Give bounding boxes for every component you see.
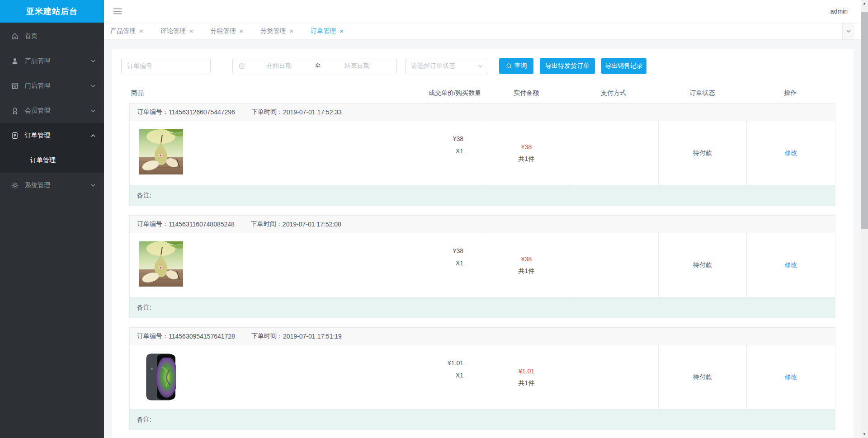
unit-price: ¥38 <box>453 245 463 257</box>
quantity: X1 <box>453 257 463 269</box>
paid-amount: ¥38 <box>521 255 532 263</box>
order-time-label: 下单时间： <box>251 332 283 340</box>
chevron-up-icon <box>90 133 96 138</box>
sidebar-item-label: 门店管理 <box>25 82 90 90</box>
order-time: 2019-07-01 17:51:19 <box>283 333 342 340</box>
order-no: 1145631266075447296 <box>169 108 235 116</box>
sidebar-item-members[interactable]: 会员管理 <box>0 98 104 123</box>
sidebar-item-system[interactable]: 系统管理 <box>0 173 104 198</box>
hamburger-icon <box>113 8 122 15</box>
tab-comments[interactable]: 评论管理 × <box>160 27 193 35</box>
sidebar: 亚米建站后台 首页 产品管理 门店 <box>0 0 104 438</box>
product-image-pear <box>139 129 183 174</box>
tab-groups[interactable]: 分组管理 × <box>211 27 244 35</box>
export-pending-orders-button[interactable]: 导出待发货订单 <box>540 58 595 74</box>
header-paid-amount: 实付金额 <box>484 89 569 97</box>
scrollbar-down-arrow[interactable]: ▼ <box>861 431 868 438</box>
order-header: 订单编号： 1145631266075447296 下单时间： 2019-07-… <box>129 103 835 121</box>
user-menu[interactable]: admin <box>830 8 848 15</box>
order-status: 待付款 <box>693 373 712 381</box>
store-icon <box>11 82 19 90</box>
order-number-input[interactable] <box>121 58 211 74</box>
note-label: 备注: <box>137 192 151 200</box>
order-no-label: 订单编号： <box>137 220 169 228</box>
chevron-down-icon <box>90 58 96 64</box>
close-icon[interactable]: × <box>240 28 244 34</box>
order-status: 待付款 <box>693 149 712 157</box>
member-icon <box>11 107 19 115</box>
chevron-down-icon <box>90 83 96 89</box>
order-no: 1145630954157641728 <box>169 333 235 340</box>
tab-list-dropdown-button[interactable] <box>842 23 854 39</box>
order-status-select[interactable]: 请选择订单状态 <box>405 58 488 74</box>
sidebar-item-label: 系统管理 <box>25 181 90 189</box>
order-icon <box>11 132 19 140</box>
tab-orders[interactable]: 订单管理 × <box>311 27 344 35</box>
tab-products[interactable]: 产品管理 × <box>110 27 143 35</box>
chevron-down-icon <box>845 28 852 34</box>
product-image-pear <box>139 241 183 287</box>
order-no: 1145631160748085248 <box>169 221 235 228</box>
tab-categories[interactable]: 分类管理 × <box>260 27 293 35</box>
order-status: 待付款 <box>693 261 712 269</box>
date-separator: 至 <box>313 62 323 70</box>
filter-bar: 开始日期 至 结束日期 请选择订单状态 查询 导出待发货订单 导出销售记录 <box>112 49 854 74</box>
sidebar-item-stores[interactable]: 门店管理 <box>0 73 104 98</box>
edit-order-link[interactable]: 修改 <box>785 261 797 269</box>
orders-table: 商品 成交单价/购买数量 实付金额 支付方式 订单状态 操作 订单编号： 114… <box>129 83 835 430</box>
date-end-placeholder: 结束日期 <box>323 62 392 70</box>
table-header-row: 商品 成交单价/购买数量 实付金额 支付方式 订单状态 操作 <box>129 83 835 103</box>
payment-method-cell <box>569 233 659 297</box>
chevron-down-icon <box>90 183 96 188</box>
order-note-row: 备注: <box>129 185 835 206</box>
search-button[interactable]: 查询 <box>499 58 533 74</box>
date-range-picker[interactable]: 开始日期 至 结束日期 <box>232 58 397 74</box>
order-item-row: ¥38 X1 ¥38 共1件 待付款 修改 <box>129 121 835 185</box>
order-no-label: 订单编号： <box>137 332 169 340</box>
order-no-label: 订单编号： <box>137 108 169 116</box>
header-actions: 操作 <box>746 89 835 97</box>
scrollbar-up-arrow[interactable]: ▲ <box>861 0 868 7</box>
order-header: 订单编号： 1145630954157641728 下单时间： 2019-07-… <box>129 327 835 345</box>
gear-icon <box>11 181 19 189</box>
sidebar-subitem-label: 订单管理 <box>30 156 56 165</box>
total-pieces: 共1件 <box>519 155 535 163</box>
note-label: 备注: <box>137 304 151 312</box>
order-note-row: 备注: <box>129 297 835 318</box>
order-management-card: 开始日期 至 结束日期 请选择订单状态 查询 导出待发货订单 导出销售记录 <box>112 49 854 438</box>
page-scrollbar[interactable]: ▲ ▼ <box>861 0 868 438</box>
close-icon[interactable]: × <box>289 28 293 34</box>
paid-amount: ¥1.01 <box>519 367 534 375</box>
edit-order-link[interactable]: 修改 <box>785 149 797 157</box>
home-icon <box>11 32 19 40</box>
order-time: 2019-07-01 17:52:33 <box>283 108 342 116</box>
search-icon <box>506 63 512 69</box>
edit-order-link[interactable]: 修改 <box>785 373 797 381</box>
header-payment-method: 支付方式 <box>569 89 658 97</box>
close-icon[interactable]: × <box>340 28 344 34</box>
order-time-label: 下单时间： <box>251 108 283 116</box>
header-unit-price-qty: 成交单价/购买数量 <box>429 89 481 97</box>
sidebar-group-orders: 订单管理 订单管理 <box>0 123 104 173</box>
product-image-iphone <box>139 353 183 400</box>
chevron-down-icon <box>478 63 483 69</box>
close-icon[interactable]: × <box>189 28 193 34</box>
sidebar-subitem-order-management[interactable]: 订单管理 <box>0 148 104 173</box>
menu-toggle-button[interactable] <box>113 8 122 15</box>
scrollbar-thumb[interactable] <box>861 12 868 229</box>
order-time-label: 下单时间： <box>251 220 283 228</box>
sidebar-item-products[interactable]: 产品管理 <box>0 48 104 73</box>
order-group: 订单编号： 1145631160748085248 下单时间： 2019-07-… <box>129 215 835 318</box>
close-icon[interactable]: × <box>139 28 143 34</box>
export-sales-records-button[interactable]: 导出销售记录 <box>601 58 646 74</box>
order-note-row: 备注: <box>129 410 835 430</box>
order-group: 订单编号： 1145630954157641728 下单时间： 2019-07-… <box>129 327 835 430</box>
sidebar-item-home[interactable]: 首页 <box>0 24 104 48</box>
sidebar-item-orders[interactable]: 订单管理 <box>0 123 104 148</box>
header-product: 商品 <box>131 89 144 97</box>
unit-price: ¥38 <box>453 133 463 145</box>
order-header: 订单编号： 1145631160748085248 下单时间： 2019-07-… <box>129 215 835 233</box>
payment-method-cell <box>569 345 659 409</box>
paid-amount: ¥38 <box>521 143 532 151</box>
order-item-row: ¥1.01 X1 ¥1.01 共1件 待付款 修改 <box>129 345 835 410</box>
